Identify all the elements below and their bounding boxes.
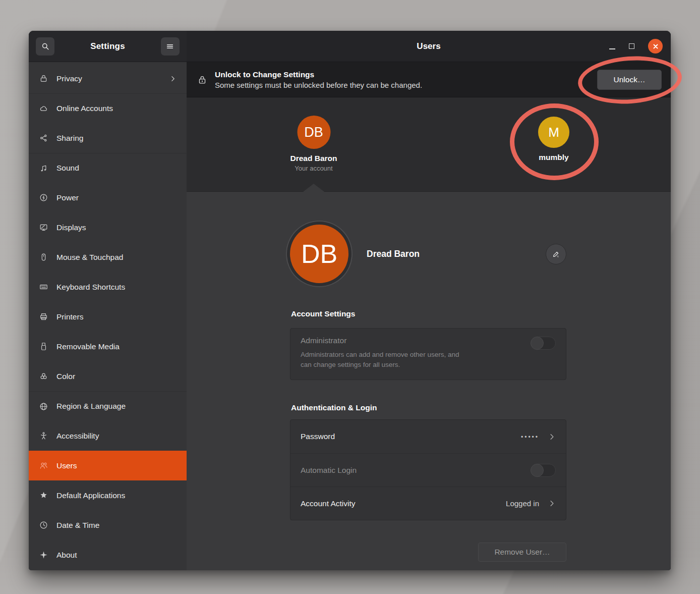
sidebar-nav: Privacy Online Accounts Sharing Sound	[29, 62, 187, 570]
lock-icon	[39, 74, 48, 83]
power-icon	[39, 193, 48, 202]
main-header: Users	[187, 31, 671, 62]
pencil-icon	[551, 249, 561, 259]
sidebar-item-color[interactable]: Color	[29, 361, 187, 391]
account-activity-value: Logged in	[506, 499, 539, 508]
sidebar-item-power[interactable]: Power	[29, 183, 187, 212]
sidebar-item-about[interactable]: About	[29, 540, 187, 570]
profile-name: Dread Baron	[367, 249, 420, 259]
user-carousel: DB Dread Baron Your account M mumbly	[187, 97, 671, 192]
carousel-user-dread-baron[interactable]: DB Dread Baron Your account	[290, 116, 337, 172]
settings-window: Settings Privacy Online Accounts	[29, 31, 671, 570]
account-activity-row[interactable]: Account Activity Logged in	[290, 487, 566, 520]
sidebar-item-sound[interactable]: Sound	[29, 153, 187, 183]
sidebar-header: Settings	[29, 31, 187, 62]
window-controls	[609, 31, 663, 62]
sidebar-item-online-accounts[interactable]: Online Accounts	[29, 93, 187, 123]
sidebar-item-keyboard-shortcuts[interactable]: Keyboard Shortcuts	[29, 272, 187, 302]
sidebar-item-region-language[interactable]: Region & Language	[29, 391, 187, 421]
toggle-knob	[531, 464, 544, 477]
automatic-login-row: Automatic Login	[290, 453, 566, 487]
toggle-knob	[531, 337, 544, 350]
sidebar: Settings Privacy Online Accounts	[29, 31, 187, 570]
users-icon	[39, 461, 48, 470]
avatar: DB	[297, 116, 330, 149]
star-icon	[39, 491, 48, 500]
automatic-login-label: Automatic Login	[301, 466, 357, 475]
banner-lock-icon	[197, 74, 208, 85]
remove-user-button[interactable]: Remove User…	[478, 543, 566, 562]
maximize-button[interactable]	[629, 43, 634, 49]
selected-user-pointer	[303, 184, 324, 192]
carousel-user-name: Dread Baron	[290, 154, 337, 163]
close-button[interactable]	[648, 39, 663, 53]
chevron-right-icon	[548, 433, 556, 441]
sidebar-item-privacy[interactable]: Privacy	[29, 64, 187, 93]
close-icon	[653, 43, 659, 49]
automatic-login-toggle[interactable]	[531, 464, 556, 477]
sidebar-item-accessibility[interactable]: Accessibility	[29, 421, 187, 451]
sidebar-item-date-time[interactable]: Date & Time	[29, 510, 187, 540]
cloud-icon	[39, 104, 48, 114]
avatar: M	[538, 117, 569, 148]
sidebar-item-mouse-touchpad[interactable]: Mouse & Touchpad	[29, 242, 187, 272]
account-settings-heading: Account Settings	[291, 309, 355, 318]
sidebar-item-users[interactable]: Users	[29, 451, 187, 480]
search-button[interactable]	[36, 37, 54, 56]
unlock-banner: Unlock to Change Settings Some settings …	[187, 62, 671, 97]
chevron-right-icon	[169, 75, 177, 82]
clock-icon	[39, 520, 48, 530]
sidebar-item-removable-media[interactable]: Removable Media	[29, 332, 187, 361]
mouse-icon	[39, 252, 48, 262]
password-row[interactable]: Password •••••	[290, 420, 566, 453]
auth-login-card: Password ••••• Automatic Login	[290, 419, 566, 520]
hamburger-icon	[165, 41, 175, 51]
globe-icon	[39, 402, 48, 411]
password-value: •••••	[521, 434, 539, 441]
profile-row: DB Dread Baron	[290, 225, 566, 283]
profile-avatar[interactable]: DB	[290, 225, 348, 283]
desktop: Settings Privacy Online Accounts	[0, 0, 700, 594]
displays-icon	[39, 223, 48, 232]
administrator-toggle[interactable]	[531, 337, 556, 350]
administrator-label: Administrator	[301, 336, 556, 345]
color-icon	[39, 371, 48, 381]
banner-subtitle: Some settings must be unlocked before th…	[215, 81, 422, 89]
sidebar-item-displays[interactable]: Displays	[29, 212, 187, 242]
auth-login-heading: Authentication & Login	[291, 403, 377, 412]
printer-icon	[39, 312, 48, 321]
password-label: Password	[301, 432, 335, 441]
share-icon	[39, 133, 48, 143]
banner-title: Unlock to Change Settings	[215, 70, 422, 79]
chevron-right-icon	[548, 500, 556, 507]
accessibility-icon	[39, 431, 48, 441]
main-panel: Users Unlock to Change	[187, 31, 671, 570]
minimize-button[interactable]	[609, 48, 615, 49]
sidebar-item-printers[interactable]: Printers	[29, 302, 187, 332]
account-settings-card: Administrator Administrators can add and…	[290, 328, 566, 380]
administrator-description: Administrators can add and remove other …	[301, 350, 556, 370]
banner-text: Unlock to Change Settings Some settings …	[215, 70, 422, 89]
search-icon	[40, 41, 50, 51]
account-activity-label: Account Activity	[301, 499, 356, 508]
unlock-button[interactable]: Unlock…	[597, 70, 662, 90]
sidebar-item-sharing[interactable]: Sharing	[29, 123, 187, 153]
sound-icon	[39, 164, 48, 173]
carousel-user-mumbly[interactable]: M mumbly	[538, 117, 569, 162]
sidebar-item-default-applications[interactable]: Default Applications	[29, 480, 187, 510]
removable-media-icon	[39, 342, 48, 351]
carousel-user-subtitle: Your account	[295, 165, 332, 172]
sparkle-icon	[39, 550, 48, 560]
carousel-user-name: mumbly	[539, 153, 568, 162]
sidebar-title: Settings	[90, 41, 125, 51]
page-title: Users	[417, 41, 440, 51]
edit-name-button[interactable]	[546, 244, 566, 264]
menu-button[interactable]	[161, 37, 180, 56]
keyboard-icon	[39, 282, 48, 292]
user-details-panel: DB Dread Baron Account Settings Administ…	[187, 192, 671, 570]
